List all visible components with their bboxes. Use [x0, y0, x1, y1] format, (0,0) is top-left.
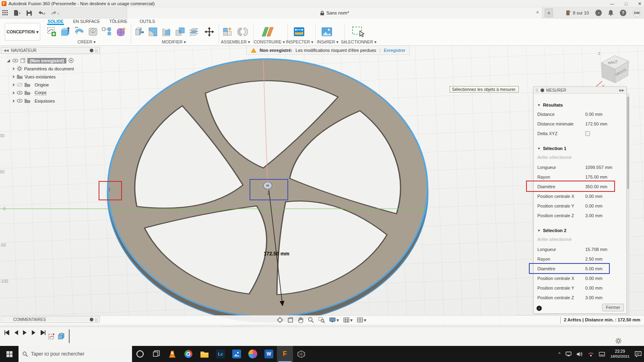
display-settings-button[interactable]: ▾ [329, 317, 339, 323]
help-icon[interactable]: ? [620, 10, 626, 16]
sketch-dimension-button[interactable] [101, 25, 113, 39]
zoom-window-icon[interactable] [318, 317, 325, 323]
expand-caret-icon[interactable] [6, 59, 10, 63]
combine-button[interactable] [174, 25, 186, 39]
maximize-button[interactable]: □ [625, 1, 627, 6]
taskbar-search[interactable]: Taper ici pour rechercher [19, 346, 132, 362]
press-pull-button[interactable] [134, 25, 146, 39]
create-form-button[interactable] [115, 25, 127, 39]
action-center-icon[interactable] [635, 351, 642, 357]
taskbar-file-explorer-icon[interactable] [196, 346, 213, 362]
tree-root-row[interactable]: (Non enregistré) [6, 57, 74, 64]
tab-close-icon[interactable]: × [536, 10, 539, 15]
save-icon[interactable] [27, 10, 32, 16]
delta-xyz-checkbox[interactable] [585, 131, 590, 136]
activate-radio-icon[interactable] [68, 58, 74, 63]
create-sketch-button[interactable] [45, 25, 58, 39]
eye-off-icon[interactable] [17, 83, 23, 86]
start-button[interactable] [0, 346, 19, 362]
document-tab[interactable]: Sans nom* × [127, 7, 543, 19]
panel-options-icon[interactable] [90, 49, 93, 52]
viewport-canvas[interactable]: 00 50 0 -50 -100 1 2 172.50 mm Sélection… [0, 46, 644, 327]
close-button[interactable]: ✕ [638, 1, 642, 6]
tree-item-corps[interactable]: Corps [13, 89, 46, 97]
taskbar-fusion360-icon[interactable]: F [277, 346, 293, 362]
taskbar-libreoffice-icon[interactable]: Lc [213, 346, 229, 362]
app-grid-icon[interactable] [2, 10, 8, 16]
taskbar-chrome-icon[interactable] [180, 346, 196, 362]
taskbar-photos-icon[interactable] [229, 346, 245, 362]
panel-options-icon[interactable] [541, 88, 544, 92]
timeline-sketch-feature[interactable] [48, 333, 55, 340]
tray-display-icon[interactable] [566, 352, 572, 356]
navigator-header[interactable]: ◀◀ NAVIGATEUR || [1, 47, 100, 54]
section-selection-1[interactable]: ▼Sélection 1 [534, 144, 626, 153]
timeline-go-end-icon[interactable] [41, 330, 46, 335]
tree-item-parametres[interactable]: Paramètres du document [13, 65, 74, 72]
redo-icon[interactable] [51, 10, 59, 16]
info-icon[interactable]: i [537, 306, 542, 311]
tab-en-surface[interactable]: EN SURFACE [72, 19, 101, 25]
panel-grip[interactable]: || [95, 318, 98, 322]
select-button[interactable] [351, 25, 365, 39]
timeline-go-start-icon[interactable] [4, 330, 9, 335]
collapse-panel-icon[interactable]: ◀◀ [4, 49, 8, 52]
eye-icon[interactable] [17, 91, 23, 95]
group-label-creer[interactable]: CRÉER ▾ [46, 39, 127, 45]
collapsed-caret-icon[interactable] [13, 99, 15, 103]
taskbar-cortana-icon[interactable] [132, 346, 148, 362]
panel-options-icon[interactable] [90, 318, 93, 321]
measure-panel-header[interactable]: || MESURER ▶▶ [534, 87, 626, 94]
insert-image-button[interactable] [321, 25, 333, 39]
group-label-selectionner[interactable]: SéLECTIONNER ▾ [340, 39, 377, 45]
design-workspace-dropdown[interactable]: CONCEPTION ▾ [5, 23, 40, 41]
section-selection-2[interactable]: ▼Sélection 2 [534, 226, 626, 235]
tray-chevron-up-icon[interactable]: ^ [558, 352, 560, 356]
group-label-construire[interactable]: CONSTRUIRE ▾ [253, 39, 286, 45]
timeline-step-back-icon[interactable] [14, 330, 18, 335]
group-label-inserer[interactable]: INSéRER ▾ [316, 39, 340, 45]
timeline-playhead[interactable] [69, 329, 70, 343]
tree-item-esquisses[interactable]: Esquisses [13, 97, 55, 105]
joint-button[interactable] [237, 25, 249, 39]
collapsed-caret-icon[interactable] [13, 83, 15, 86]
taskbar-word-icon[interactable]: W [261, 346, 277, 362]
move-button[interactable] [203, 25, 215, 39]
fermer-button[interactable]: Fermer [602, 304, 624, 311]
extrude-button[interactable] [59, 25, 71, 39]
scrollbar-thumb[interactable] [627, 97, 629, 189]
grid-settings-button[interactable]: ▾ [343, 317, 353, 323]
comments-panel-header[interactable]: COMMENTAIRES || [1, 316, 100, 323]
measure-button[interactable] [293, 25, 305, 39]
expand-panel-icon[interactable]: ▶▶ [619, 88, 624, 92]
new-component-button[interactable] [222, 25, 234, 39]
panel-scrollbar[interactable] [627, 93, 630, 315]
construct-plane-button[interactable] [261, 25, 273, 39]
tab-tolerie[interactable]: TÔLERIE [108, 19, 129, 25]
eye-icon[interactable] [12, 59, 18, 62]
taskbar-paint3d-icon[interactable] [245, 346, 261, 362]
new-tab-button[interactable]: + [545, 8, 553, 17]
user-avatar[interactable]: DM [633, 9, 641, 17]
file-menu-icon[interactable] [14, 10, 21, 16]
undo-icon[interactable] [37, 10, 45, 16]
viewports-button[interactable]: ▾ [357, 317, 366, 323]
collapsed-caret-icon[interactable] [13, 67, 15, 70]
taskbar-vlc-icon[interactable] [164, 346, 180, 362]
timeline-step-forward-icon[interactable] [32, 330, 36, 335]
save-link[interactable]: Enregistrer [384, 48, 405, 53]
panel-grip[interactable]: || [95, 49, 98, 53]
group-label-assembler[interactable]: ASSEMBLER ▾ [219, 39, 252, 45]
job-status-button[interactable]: 8 sur 10 [566, 10, 589, 16]
timeline-play-icon[interactable] [23, 330, 27, 335]
taskbar-clock[interactable]: 23:29 18/02/2021 [610, 349, 630, 359]
section-resultats[interactable]: ▼Résultats [534, 100, 626, 110]
root-document-label[interactable]: (Non enregistré) [27, 58, 66, 64]
panel-grip[interactable]: || [536, 88, 539, 92]
tray-network-icon[interactable] [588, 352, 594, 356]
collapsed-caret-icon[interactable] [13, 75, 15, 78]
extension-clock-icon[interactable]: ◔ [595, 10, 602, 16]
timeline-extrude-feature[interactable] [58, 333, 65, 340]
look-at-icon[interactable] [287, 317, 293, 323]
taskbar-task-view-icon[interactable] [148, 346, 164, 362]
